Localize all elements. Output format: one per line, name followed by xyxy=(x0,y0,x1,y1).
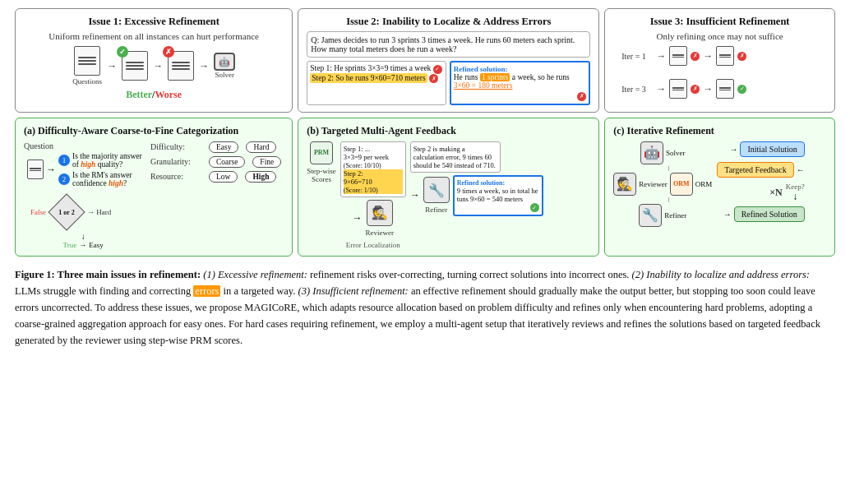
resource-label: Resource: xyxy=(150,172,204,181)
iter3-arrow: → xyxy=(656,83,666,95)
panel3-subtitle: Only refining once may not suffice xyxy=(613,31,826,41)
panel-issue1: Issue 1: Excessive Refinement Uniform re… xyxy=(15,8,293,113)
solver-row: 🤖 Solver xyxy=(640,141,686,164)
doc-line xyxy=(172,65,190,67)
doc-box xyxy=(74,46,100,76)
reviewer-label: Reviewer xyxy=(366,229,394,237)
top-row: Issue 1: Excessive Refinement Uniform re… xyxy=(15,8,835,113)
doc-check: ✓ xyxy=(122,51,148,81)
easy-label: Easy xyxy=(89,241,104,249)
refined-check: ✓ xyxy=(530,203,539,212)
refined-solution-box-c: Refined Solution xyxy=(734,206,805,222)
issue1-diagram: Questions → ✓ → xyxy=(24,46,284,86)
flow-step-1: 1 Is the majority answer of high quality… xyxy=(58,152,144,169)
iterative-diagram: 🤖 Solver 🕵️ Reviewer ORM ORM 🔧 xyxy=(613,141,826,227)
refiner-column: 🔧 Refiner xyxy=(423,177,450,214)
q1-text: Is the majority answer of high quality? xyxy=(72,152,144,169)
underline-text: 3×60 = 180 meters xyxy=(454,81,513,90)
c-right: → Initial Solution Targeted Feedback ← ×… xyxy=(717,141,804,227)
true-arrow: → xyxy=(79,241,86,249)
better-worse-label: Better/Worse xyxy=(24,89,284,101)
bottom-row: (a) Difficulty-Aware Coarse-to-Fine Cate… xyxy=(15,118,835,257)
doc-line xyxy=(172,68,190,70)
right-table: Difficulty: Easy Hard Granularity: Coars… xyxy=(150,141,284,186)
iter1-arrow: → xyxy=(656,50,666,62)
solver-robot: 🤖 Solver xyxy=(214,53,235,79)
targeted-feedback-row: Targeted Feedback ← xyxy=(717,162,804,178)
keep-label: Keep? xyxy=(786,183,805,191)
math-question: Q: James decides to run 3 sprints 3 time… xyxy=(307,31,590,58)
granularity-row: Granularity: Coarse Fine xyxy=(150,156,284,168)
feedback-arrow: → xyxy=(410,189,420,201)
targeted-feedback-box: Targeted Feedback xyxy=(717,162,793,178)
figure-caption: Figure 1: Three main issues in refinemen… xyxy=(15,266,835,349)
multiagent-diagram: PRM Step-wiseScores Step 1: ...3×3=9 per… xyxy=(307,141,590,249)
reviewer-orm-row: 🕵️ Reviewer ORM ORM xyxy=(613,173,712,196)
doc-line xyxy=(78,57,96,58)
robot-head: 🤖 xyxy=(214,53,235,71)
iter1-x2: ✗ xyxy=(737,52,746,61)
solver-label: Solver xyxy=(666,149,686,157)
arrow2: → xyxy=(153,60,163,72)
panel-issue2: Issue 2: Inability to Localize & Address… xyxy=(298,8,599,113)
right-arrow-initial: → xyxy=(729,145,737,154)
q-arrow: → xyxy=(46,164,56,176)
caption-item2-text: LLMs struggle with finding and correctin… xyxy=(15,285,193,297)
caption-item1-italic: (1) Excessive refinement: xyxy=(203,269,307,280)
down-arrow-diamond: ↓ xyxy=(81,232,85,241)
feedback-box: Step 2 is making a calculation error, 9 … xyxy=(410,141,501,173)
resource-row: Resource: Low High xyxy=(150,171,284,183)
feedback-text: Step 2 is making a calculation error, 9 … xyxy=(413,145,496,169)
better-label: Better xyxy=(126,89,152,100)
refiner-label: Refiner xyxy=(425,206,447,214)
xn-row: ×N Keep? ↓ xyxy=(769,183,805,203)
panel1-title: Issue 1: Excessive Refinement xyxy=(24,16,284,28)
refined-sol-row: → Refined Solution xyxy=(723,206,805,222)
reviewer-label-c: Reviewer xyxy=(639,180,667,188)
step2-highlight: Step 2: So he runs 9×60=710 meters xyxy=(310,73,427,83)
panel-b: (b) Targeted Multi-Agent Feedback PRM St… xyxy=(298,118,599,257)
initial-solution-box: Initial Solution xyxy=(740,141,804,157)
false-label: False xyxy=(30,208,46,216)
low-pill: Low xyxy=(209,171,238,183)
math-question-text: Q: James decides to run 3 sprints 3 time… xyxy=(311,35,575,53)
score-step1: Step 1: ...3×3=9 per week(Score: 10/10) xyxy=(344,145,403,169)
vertical-line1 xyxy=(668,166,669,171)
vertical-line2 xyxy=(668,197,669,202)
prm-icon: PRM xyxy=(310,141,333,164)
score-step2: Step 2:9×66=710(Score: 1/10) xyxy=(344,169,403,194)
refined-sol-title: Refined solution: xyxy=(457,179,539,187)
down-arrow-keep: ↓ xyxy=(792,191,797,203)
c-left: 🤖 Solver 🕵️ Reviewer ORM ORM 🔧 xyxy=(613,141,712,227)
doc-line xyxy=(78,63,96,65)
steps-box: Step 1: He sprints 3×3=9 times a week ✓ … xyxy=(307,61,446,105)
worse-label: Worse xyxy=(155,89,182,100)
refined-sol-text: 9 times a week, so in total he tuns 9×60… xyxy=(457,187,539,203)
iter1-arrow2: → xyxy=(703,50,713,62)
questions-doc: Questions xyxy=(72,46,102,86)
iter1-doc2 xyxy=(716,46,734,66)
caption-item2-end: in a targeted way. xyxy=(220,285,295,297)
refiner-icon-c: 🔧 xyxy=(639,204,662,227)
caption-item3-italic: (3) Insufficient refinement: xyxy=(298,285,409,297)
panel2-title: Issue 2: Inability to Localize & Address… xyxy=(307,16,590,28)
question-doc-icon xyxy=(27,160,44,179)
iter3-check: ✓ xyxy=(737,85,746,94)
error-loc-label: Error Localization xyxy=(346,241,400,249)
solver-icon: 🤖 xyxy=(640,141,663,164)
panel-a-title: (a) Difficulty-Aware Coarse-to-Fine Cate… xyxy=(24,125,284,137)
refiner-label-c: Refiner xyxy=(664,211,686,220)
figure-container: Issue 1: Excessive Refinement Uniform re… xyxy=(15,8,835,349)
refiner-row-c: 🔧 Refiner xyxy=(639,204,686,227)
refined-x: ✗ xyxy=(577,92,586,101)
reviewer-icon: 🕵️ xyxy=(367,200,393,226)
hard-pill: Hard xyxy=(246,141,276,153)
coarse-pill: Coarse xyxy=(209,156,245,168)
step2-x: ✗ xyxy=(429,74,438,83)
left-arrow-feedback: ← xyxy=(797,165,805,174)
right-arrow-refined: → xyxy=(723,210,732,219)
iter3-doc2 xyxy=(716,79,734,99)
doc-line xyxy=(126,62,144,63)
errors-highlighted: errors xyxy=(193,285,220,297)
iter3-arrow2: → xyxy=(703,83,713,95)
